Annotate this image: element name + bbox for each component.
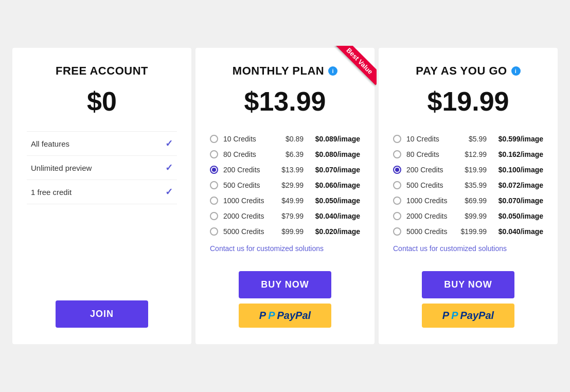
credit-per-image: $0.050/image <box>309 197 360 205</box>
radio-button[interactable] <box>393 135 401 143</box>
monthly-buy-button[interactable]: BUY NOW <box>239 271 331 298</box>
feature-item: Unlimited preview✓ <box>27 156 177 180</box>
credit-row: 2000 Credits $99.99 $0.050/image <box>393 208 543 224</box>
monthly-credit-list: 10 Credits $0.89 $0.089/image 80 Credits… <box>210 131 360 239</box>
paygo-contact-link[interactable]: Contact us for customized solutions <box>393 244 543 253</box>
credit-price: $29.99 <box>275 181 304 189</box>
radio-button[interactable] <box>393 166 401 174</box>
credit-per-image: $0.020/image <box>309 227 360 236</box>
monthly-btn-area: BUY NOW PP PayPal <box>210 263 360 328</box>
paygo-card: PAY AS YOU GO i $19.99 10 Credits $5.99 … <box>379 48 558 344</box>
credit-per-image: $0.072/image <box>492 181 543 189</box>
credit-per-image: $0.162/image <box>492 150 543 158</box>
credit-name: 500 Credits <box>406 181 458 189</box>
ribbon-label: Best Value <box>335 46 377 85</box>
check-icon: ✓ <box>165 138 173 149</box>
paygo-btn-area: BUY NOW PP PayPal <box>393 263 543 328</box>
credit-name: 200 Credits <box>406 166 458 174</box>
radio-button[interactable] <box>210 197 218 205</box>
credit-row: 500 Credits $29.99 $0.060/image <box>210 177 360 193</box>
credit-row: 1000 Credits $69.99 $0.070/image <box>393 193 543 208</box>
credit-row: 80 Credits $6.39 $0.080/image <box>210 147 360 162</box>
free-title: FREE ACCOUNT <box>27 64 177 78</box>
pricing-container: FREE ACCOUNT $0 All features✓Unlimited p… <box>10 46 560 346</box>
credit-price: $0.89 <box>275 135 304 143</box>
credit-price: $5.99 <box>458 135 487 143</box>
best-value-ribbon: Best Value <box>330 46 377 92</box>
credit-per-image: $0.060/image <box>309 181 360 189</box>
credit-name: 5000 Credits <box>223 227 275 236</box>
credit-row: 80 Credits $12.99 $0.162/image <box>393 147 543 162</box>
radio-button[interactable] <box>393 150 401 158</box>
monthly-contact-link[interactable]: Contact us for customized solutions <box>210 244 360 253</box>
radio-button[interactable] <box>393 181 401 189</box>
paygo-credit-list: 10 Credits $5.99 $0.599/image 80 Credits… <box>393 131 543 239</box>
free-price: $0 <box>27 86 177 117</box>
credit-name: 80 Credits <box>223 150 275 158</box>
credit-row: 10 Credits $0.89 $0.089/image <box>210 131 360 147</box>
credit-price: $12.99 <box>458 150 487 158</box>
credit-per-image: $0.040/image <box>492 227 543 236</box>
radio-button[interactable] <box>210 150 218 158</box>
credit-per-image: $0.080/image <box>309 150 360 158</box>
credit-per-image: $0.089/image <box>309 135 360 143</box>
monthly-plan-card: Best Value MONTHLY PLAN i $13.99 10 Cred… <box>195 48 375 344</box>
paypal-logo-2: PP PayPal <box>442 310 494 322</box>
credit-name: 80 Credits <box>406 150 458 158</box>
credit-per-image: $0.599/image <box>492 135 543 143</box>
feature-label: 1 free credit <box>31 188 72 197</box>
join-button[interactable]: JOIN <box>56 300 148 328</box>
credit-per-image: $0.070/image <box>492 197 543 205</box>
credit-per-image: $0.070/image <box>309 166 360 174</box>
free-account-card: FREE ACCOUNT $0 All features✓Unlimited p… <box>12 48 191 344</box>
feature-label: Unlimited preview <box>31 164 92 172</box>
credit-row: 10 Credits $5.99 $0.599/image <box>393 131 543 147</box>
paygo-title: PAY AS YOU GO i <box>393 64 543 78</box>
credit-price: $99.99 <box>458 212 487 220</box>
credit-name: 1000 Credits <box>406 197 458 205</box>
credit-row: 500 Credits $35.99 $0.072/image <box>393 177 543 193</box>
credit-per-image: $0.040/image <box>309 212 360 220</box>
free-btn-area: JOIN <box>27 292 177 328</box>
free-feature-list: All features✓Unlimited preview✓1 free cr… <box>27 131 177 292</box>
radio-button[interactable] <box>210 135 218 143</box>
paygo-buy-button[interactable]: BUY NOW <box>422 271 514 298</box>
credit-price: $35.99 <box>458 181 487 189</box>
credit-row: 1000 Credits $49.99 $0.050/image <box>210 193 360 208</box>
credit-price: $49.99 <box>275 197 304 205</box>
credit-per-image: $0.100/image <box>492 166 543 174</box>
credit-name: 1000 Credits <box>223 197 275 205</box>
credit-name: 200 Credits <box>223 166 275 174</box>
credit-per-image: $0.050/image <box>492 212 543 220</box>
paygo-info-icon[interactable]: i <box>511 66 521 76</box>
radio-button[interactable] <box>210 166 218 174</box>
radio-button[interactable] <box>393 227 401 236</box>
check-icon: ✓ <box>165 186 173 198</box>
radio-button[interactable] <box>393 212 401 220</box>
feature-item: 1 free credit✓ <box>27 180 177 204</box>
credit-price: $13.99 <box>275 166 304 174</box>
credit-price: $19.99 <box>458 166 487 174</box>
monthly-paypal-button[interactable]: PP PayPal <box>239 304 331 328</box>
radio-button[interactable] <box>210 227 218 236</box>
paygo-paypal-button[interactable]: PP PayPal <box>422 304 514 328</box>
credit-price: $69.99 <box>458 197 487 205</box>
credit-row: 2000 Credits $79.99 $0.040/image <box>210 208 360 224</box>
credit-name: 5000 Credits <box>406 227 458 236</box>
credit-row: 200 Credits $13.99 $0.070/image <box>210 162 360 177</box>
feature-label: All features <box>31 139 69 148</box>
credit-name: 2000 Credits <box>223 212 275 220</box>
credit-name: 10 Credits <box>406 135 458 143</box>
credit-row: 5000 Credits $99.99 $0.020/image <box>210 224 360 239</box>
credit-price: $99.99 <box>275 227 304 236</box>
radio-button[interactable] <box>210 181 218 189</box>
credit-price: $79.99 <box>275 212 304 220</box>
credit-row: 5000 Credits $199.99 $0.040/image <box>393 224 543 239</box>
radio-button[interactable] <box>393 197 401 205</box>
feature-item: All features✓ <box>27 132 177 156</box>
credit-price: $6.39 <box>275 150 304 158</box>
credit-name: 500 Credits <box>223 181 275 189</box>
credit-price: $199.99 <box>458 227 487 236</box>
paypal-logo: PP PayPal <box>259 310 311 322</box>
radio-button[interactable] <box>210 212 218 220</box>
